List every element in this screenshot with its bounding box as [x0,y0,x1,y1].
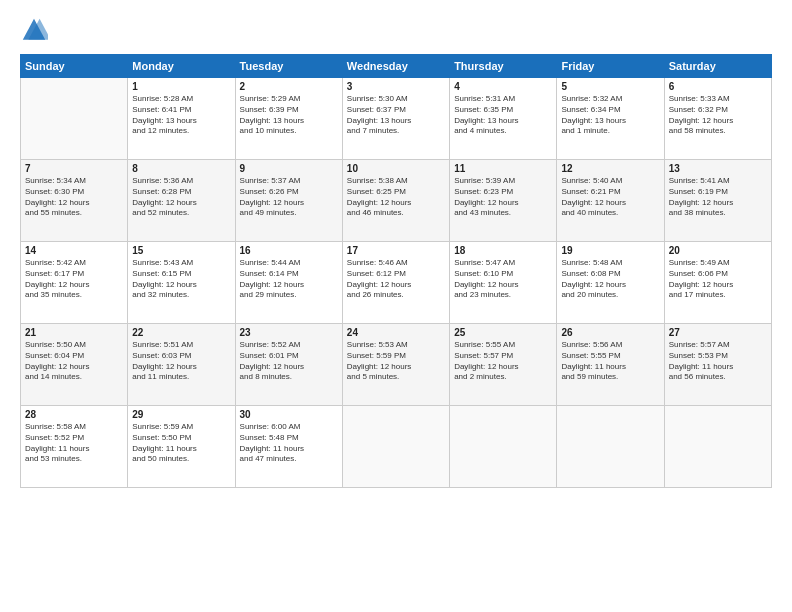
day-info: Sunrise: 5:28 AMSunset: 6:41 PMDaylight:… [132,94,230,137]
day-cell: 7Sunrise: 5:34 AMSunset: 6:30 PMDaylight… [21,160,128,242]
day-cell: 27Sunrise: 5:57 AMSunset: 5:53 PMDayligh… [664,324,771,406]
day-cell: 1Sunrise: 5:28 AMSunset: 6:41 PMDaylight… [128,78,235,160]
day-cell: 20Sunrise: 5:49 AMSunset: 6:06 PMDayligh… [664,242,771,324]
day-number: 26 [561,327,659,338]
day-info: Sunrise: 5:33 AMSunset: 6:32 PMDaylight:… [669,94,767,137]
week-row-3: 14Sunrise: 5:42 AMSunset: 6:17 PMDayligh… [21,242,772,324]
day-number: 19 [561,245,659,256]
week-row-2: 7Sunrise: 5:34 AMSunset: 6:30 PMDaylight… [21,160,772,242]
header-row: SundayMondayTuesdayWednesdayThursdayFrid… [21,55,772,78]
day-cell: 25Sunrise: 5:55 AMSunset: 5:57 PMDayligh… [450,324,557,406]
col-header-wednesday: Wednesday [342,55,449,78]
day-number: 1 [132,81,230,92]
logo-icon [20,16,48,44]
col-header-friday: Friday [557,55,664,78]
day-cell: 23Sunrise: 5:52 AMSunset: 6:01 PMDayligh… [235,324,342,406]
day-cell [342,406,449,488]
day-info: Sunrise: 5:43 AMSunset: 6:15 PMDaylight:… [132,258,230,301]
day-info: Sunrise: 5:53 AMSunset: 5:59 PMDaylight:… [347,340,445,383]
day-cell: 9Sunrise: 5:37 AMSunset: 6:26 PMDaylight… [235,160,342,242]
day-info: Sunrise: 5:42 AMSunset: 6:17 PMDaylight:… [25,258,123,301]
day-cell: 8Sunrise: 5:36 AMSunset: 6:28 PMDaylight… [128,160,235,242]
day-cell: 11Sunrise: 5:39 AMSunset: 6:23 PMDayligh… [450,160,557,242]
day-number: 22 [132,327,230,338]
day-number: 6 [669,81,767,92]
day-number: 14 [25,245,123,256]
day-number: 10 [347,163,445,174]
day-number: 15 [132,245,230,256]
day-number: 25 [454,327,552,338]
logo [20,16,52,44]
day-cell: 12Sunrise: 5:40 AMSunset: 6:21 PMDayligh… [557,160,664,242]
day-cell [664,406,771,488]
day-number: 3 [347,81,445,92]
day-info: Sunrise: 5:38 AMSunset: 6:25 PMDaylight:… [347,176,445,219]
day-number: 11 [454,163,552,174]
page: SundayMondayTuesdayWednesdayThursdayFrid… [0,0,792,612]
day-cell: 28Sunrise: 5:58 AMSunset: 5:52 PMDayligh… [21,406,128,488]
day-cell [21,78,128,160]
day-info: Sunrise: 5:47 AMSunset: 6:10 PMDaylight:… [454,258,552,301]
day-cell: 18Sunrise: 5:47 AMSunset: 6:10 PMDayligh… [450,242,557,324]
day-info: Sunrise: 5:50 AMSunset: 6:04 PMDaylight:… [25,340,123,383]
day-info: Sunrise: 5:34 AMSunset: 6:30 PMDaylight:… [25,176,123,219]
day-cell: 5Sunrise: 5:32 AMSunset: 6:34 PMDaylight… [557,78,664,160]
day-number: 12 [561,163,659,174]
col-header-saturday: Saturday [664,55,771,78]
day-number: 24 [347,327,445,338]
day-number: 17 [347,245,445,256]
day-number: 2 [240,81,338,92]
day-cell: 30Sunrise: 6:00 AMSunset: 5:48 PMDayligh… [235,406,342,488]
day-info: Sunrise: 5:56 AMSunset: 5:55 PMDaylight:… [561,340,659,383]
day-info: Sunrise: 5:49 AMSunset: 6:06 PMDaylight:… [669,258,767,301]
day-cell: 26Sunrise: 5:56 AMSunset: 5:55 PMDayligh… [557,324,664,406]
col-header-monday: Monday [128,55,235,78]
day-cell: 10Sunrise: 5:38 AMSunset: 6:25 PMDayligh… [342,160,449,242]
day-info: Sunrise: 5:30 AMSunset: 6:37 PMDaylight:… [347,94,445,137]
day-number: 7 [25,163,123,174]
day-cell: 14Sunrise: 5:42 AMSunset: 6:17 PMDayligh… [21,242,128,324]
day-number: 18 [454,245,552,256]
day-info: Sunrise: 5:55 AMSunset: 5:57 PMDaylight:… [454,340,552,383]
day-info: Sunrise: 5:32 AMSunset: 6:34 PMDaylight:… [561,94,659,137]
day-info: Sunrise: 5:58 AMSunset: 5:52 PMDaylight:… [25,422,123,465]
day-cell: 4Sunrise: 5:31 AMSunset: 6:35 PMDaylight… [450,78,557,160]
day-info: Sunrise: 5:41 AMSunset: 6:19 PMDaylight:… [669,176,767,219]
day-cell: 24Sunrise: 5:53 AMSunset: 5:59 PMDayligh… [342,324,449,406]
day-info: Sunrise: 5:51 AMSunset: 6:03 PMDaylight:… [132,340,230,383]
day-number: 30 [240,409,338,420]
day-number: 23 [240,327,338,338]
calendar-table: SundayMondayTuesdayWednesdayThursdayFrid… [20,54,772,488]
day-info: Sunrise: 5:36 AMSunset: 6:28 PMDaylight:… [132,176,230,219]
day-cell: 15Sunrise: 5:43 AMSunset: 6:15 PMDayligh… [128,242,235,324]
day-info: Sunrise: 5:31 AMSunset: 6:35 PMDaylight:… [454,94,552,137]
day-info: Sunrise: 5:52 AMSunset: 6:01 PMDaylight:… [240,340,338,383]
day-cell [557,406,664,488]
day-info: Sunrise: 5:57 AMSunset: 5:53 PMDaylight:… [669,340,767,383]
day-info: Sunrise: 5:46 AMSunset: 6:12 PMDaylight:… [347,258,445,301]
day-number: 16 [240,245,338,256]
day-number: 8 [132,163,230,174]
day-info: Sunrise: 5:40 AMSunset: 6:21 PMDaylight:… [561,176,659,219]
day-cell [450,406,557,488]
day-info: Sunrise: 5:37 AMSunset: 6:26 PMDaylight:… [240,176,338,219]
day-number: 4 [454,81,552,92]
day-info: Sunrise: 5:29 AMSunset: 6:39 PMDaylight:… [240,94,338,137]
col-header-thursday: Thursday [450,55,557,78]
day-number: 29 [132,409,230,420]
day-info: Sunrise: 5:39 AMSunset: 6:23 PMDaylight:… [454,176,552,219]
day-number: 21 [25,327,123,338]
day-number: 5 [561,81,659,92]
day-info: Sunrise: 5:44 AMSunset: 6:14 PMDaylight:… [240,258,338,301]
day-number: 27 [669,327,767,338]
day-number: 13 [669,163,767,174]
day-cell: 16Sunrise: 5:44 AMSunset: 6:14 PMDayligh… [235,242,342,324]
day-number: 28 [25,409,123,420]
day-cell: 29Sunrise: 5:59 AMSunset: 5:50 PMDayligh… [128,406,235,488]
col-header-tuesday: Tuesday [235,55,342,78]
day-info: Sunrise: 5:59 AMSunset: 5:50 PMDaylight:… [132,422,230,465]
day-cell: 13Sunrise: 5:41 AMSunset: 6:19 PMDayligh… [664,160,771,242]
day-cell: 22Sunrise: 5:51 AMSunset: 6:03 PMDayligh… [128,324,235,406]
col-header-sunday: Sunday [21,55,128,78]
week-row-1: 1Sunrise: 5:28 AMSunset: 6:41 PMDaylight… [21,78,772,160]
